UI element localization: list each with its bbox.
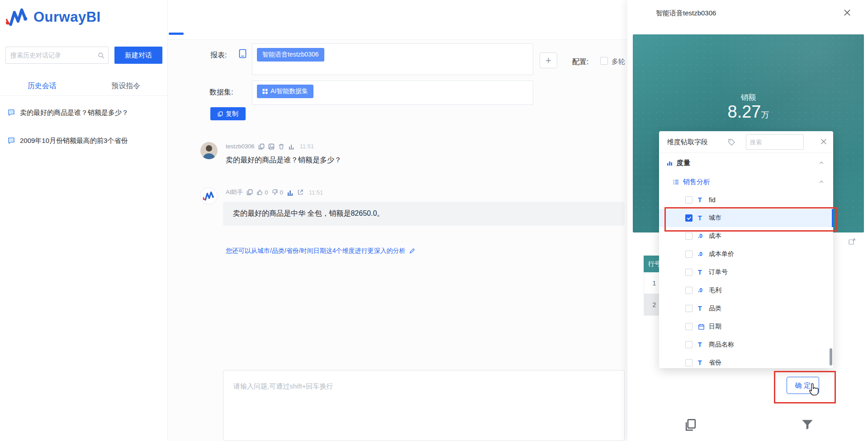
user-name: testzb0306 bbox=[226, 143, 255, 150]
tab-history[interactable]: 历史会话 bbox=[0, 77, 84, 95]
field-row-order-id[interactable]: T 订单号 bbox=[659, 263, 833, 281]
edit-pencil-icon[interactable] bbox=[409, 248, 415, 254]
scrollbar-thumb[interactable] bbox=[830, 348, 832, 365]
kpi-unit: 万 bbox=[761, 110, 769, 119]
number-type-icon: .0 bbox=[698, 251, 709, 257]
user-message-text: 卖的最好的商品是谁？销额是多少？ bbox=[226, 156, 342, 165]
report-tag-label: 智能语音testzb0306 bbox=[262, 51, 319, 59]
copy-button-label: 复制 bbox=[226, 110, 238, 118]
report-icon bbox=[239, 49, 247, 58]
field-row-province[interactable]: T 省份 bbox=[659, 354, 833, 368]
field-name: 城市 bbox=[709, 214, 721, 222]
user-avatar bbox=[200, 142, 218, 159]
report-field[interactable]: 智能语音testzb0306 bbox=[252, 43, 533, 75]
question-input[interactable] bbox=[223, 370, 625, 441]
group-label: 度量 bbox=[677, 159, 690, 167]
bar-chart-icon bbox=[666, 160, 673, 166]
checkbox[interactable] bbox=[685, 359, 693, 366]
number-type-icon: .0 bbox=[698, 233, 709, 239]
drilldown-header: 维度钻取字段 bbox=[659, 131, 833, 153]
report-label: 报表: bbox=[210, 51, 227, 60]
field-row-city[interactable]: T 城市 bbox=[659, 209, 833, 227]
copy-config-button[interactable]: 复制 bbox=[210, 107, 246, 120]
group-measures[interactable]: 度量 bbox=[659, 154, 833, 172]
delete-message-icon[interactable] bbox=[278, 143, 285, 150]
checkbox[interactable] bbox=[685, 251, 693, 258]
ai-message-header: AI助手 0 0 11:51 bbox=[226, 188, 323, 196]
checkbox[interactable] bbox=[685, 323, 693, 330]
multi-turn-checkbox[interactable] bbox=[600, 57, 608, 65]
dataset-field[interactable]: AI智能数据集 bbox=[252, 81, 533, 105]
checkbox[interactable] bbox=[685, 232, 693, 240]
history-item-text: 卖的最好的商品是谁？销额是多少？ bbox=[20, 109, 128, 117]
checkbox[interactable] bbox=[685, 305, 693, 312]
checkbox-checked[interactable] bbox=[685, 214, 693, 222]
history-item[interactable]: 2009年10月份销额最高的前3个省份 bbox=[0, 127, 168, 155]
chart-icon[interactable] bbox=[288, 143, 294, 150]
text-type-icon: T bbox=[698, 269, 709, 276]
field-name: 商品名称 bbox=[709, 341, 734, 349]
checkbox[interactable] bbox=[685, 341, 693, 348]
dataset-tag-label: AI智能数据集 bbox=[270, 87, 308, 95]
report-tag[interactable]: 智能语音testzb0306 bbox=[257, 48, 324, 62]
field-name: 省份 bbox=[709, 359, 721, 367]
drilldown-suggestion-link[interactable]: 您还可以从城市/品类/省份/时间日期这4个维度进行更深入的分析 bbox=[226, 247, 415, 255]
field-search-input[interactable] bbox=[746, 134, 804, 150]
field-row-product-name[interactable]: T 商品名称 bbox=[659, 336, 833, 354]
dataset-tag[interactable]: AI智能数据集 bbox=[257, 85, 313, 98]
field-row-gross-profit[interactable]: .0 毛利 bbox=[659, 281, 833, 299]
copy-message-icon[interactable] bbox=[258, 143, 265, 150]
close-icon[interactable] bbox=[821, 138, 827, 145]
number-type-icon: .0 bbox=[698, 287, 709, 294]
field-row-fid[interactable]: T fid bbox=[659, 191, 833, 209]
user-message-header: testzb0306 11:51 bbox=[226, 143, 314, 150]
save-image-icon[interactable] bbox=[268, 143, 275, 150]
export-icon[interactable] bbox=[297, 189, 304, 195]
field-row-cost[interactable]: .0 成本 bbox=[659, 227, 833, 245]
checkbox[interactable] bbox=[685, 269, 693, 276]
copy-widget-icon[interactable] bbox=[684, 418, 697, 432]
confirm-button[interactable]: 确定 bbox=[787, 377, 819, 394]
history-item-text: 2009年10月份销额最高的前3个省份 bbox=[20, 137, 128, 145]
field-row-category[interactable]: T 品类 bbox=[659, 299, 833, 318]
panel-title: 智能语音testzb0306 bbox=[656, 9, 716, 18]
user-message-time: 11:51 bbox=[300, 143, 314, 150]
checkbox[interactable] bbox=[685, 287, 693, 294]
tag-icon[interactable] bbox=[728, 138, 735, 146]
report-preview-panel: 智能语音testzb0306 销额 8.27万 行号 1 2 维度钻取字段 bbox=[627, 0, 868, 441]
new-chat-button[interactable]: 新建对话 bbox=[114, 47, 162, 64]
group-sales-analysis[interactable]: 销售分析 bbox=[659, 173, 833, 191]
copy-icon bbox=[218, 111, 223, 117]
checkbox[interactable] bbox=[685, 196, 693, 204]
thumbs-down-icon[interactable] bbox=[272, 189, 278, 195]
search-icon[interactable] bbox=[98, 52, 104, 59]
field-name: 成本 bbox=[709, 232, 721, 240]
ai-name: AI助手 bbox=[226, 188, 243, 196]
sidebar: OurwayBI 新建对话 历史会话 预设指令 卖的最好的商品是谁？销额是多少？… bbox=[0, 0, 168, 441]
kpi-number: 8.27 bbox=[728, 102, 761, 121]
field-name: 成本单价 bbox=[709, 250, 734, 258]
history-item[interactable]: 卖的最好的商品是谁？销额是多少？ bbox=[0, 99, 168, 127]
filter-funnel-icon[interactable] bbox=[801, 419, 814, 431]
thumbs-up-icon[interactable] bbox=[256, 189, 263, 195]
field-row-cost-unit-price[interactable]: .0 成本单价 bbox=[659, 245, 833, 263]
field-row-date[interactable]: 日期 bbox=[659, 318, 833, 336]
list-icon bbox=[673, 179, 679, 185]
add-report-button[interactable]: + bbox=[540, 52, 557, 68]
subgroup-label: 销售分析 bbox=[683, 178, 710, 186]
chevron-up-icon[interactable] bbox=[819, 160, 824, 166]
grid-icon bbox=[262, 89, 268, 94]
tab-preset[interactable]: 预设指令 bbox=[84, 77, 168, 95]
chat-main: 报表: 智能语音testzb0306 + 配置: 多轮 数据集: AI智能数据集… bbox=[168, 0, 627, 441]
chart-icon[interactable] bbox=[287, 189, 294, 196]
copy-message-icon[interactable] bbox=[247, 189, 253, 195]
history-search-input[interactable] bbox=[5, 47, 109, 64]
sidebar-tabs: 历史会话 预设指令 bbox=[0, 77, 168, 96]
suggestion-text: 您还可以从城市/品类/省份/时间日期这4个维度进行更深入的分析 bbox=[226, 247, 405, 255]
field-name: 订单号 bbox=[709, 268, 728, 276]
expand-icon[interactable] bbox=[849, 238, 857, 245]
drilldown-title: 维度钻取字段 bbox=[667, 138, 708, 147]
close-icon[interactable] bbox=[844, 9, 851, 16]
config-label: 配置: bbox=[572, 57, 588, 67]
chevron-up-icon[interactable] bbox=[819, 179, 824, 185]
